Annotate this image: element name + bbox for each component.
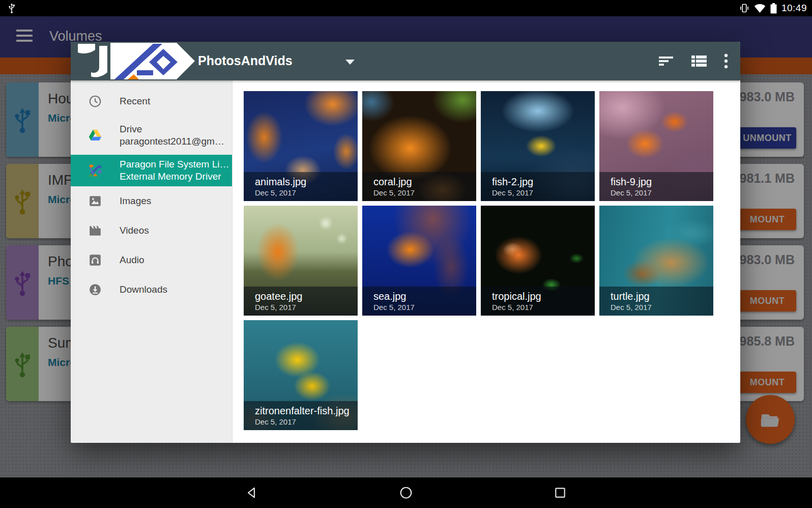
file-tile[interactable]: tropical.jpgDec 5, 2017: [481, 206, 595, 316]
sidebar-item-label: Downloads: [120, 284, 167, 296]
audio-icon: [88, 253, 102, 267]
file-name: tropical.jpg: [492, 290, 595, 302]
image-icon: [88, 194, 102, 208]
file-date: Dec 5, 2017: [611, 188, 713, 197]
clock-time: 10:49: [781, 3, 807, 14]
file-name: fish-2.jpg: [492, 176, 595, 188]
wifi-icon: [754, 3, 766, 13]
recents-button[interactable]: [548, 481, 572, 505]
file-tile[interactable]: fish-2.jpgDec 5, 2017: [481, 91, 595, 201]
video-icon: [88, 224, 102, 237]
folder-selector[interactable]: PhotosAndVids: [198, 53, 293, 68]
sidebar-item-paragon-fs-link[interactable]: Paragon File System Li… External Memory …: [71, 155, 232, 186]
usb-debug-icon: [7, 3, 16, 16]
documents-picker-dialog: PhotosAndVids Recent: [71, 42, 740, 443]
file-tile[interactable]: coral.jpgDec 5, 2017: [362, 91, 476, 201]
file-name: zitronenfalter-fish.jpg: [255, 405, 358, 417]
vibrate-icon: [739, 3, 749, 13]
file-name: sea.jpg: [373, 290, 476, 302]
file-date: Dec 5, 2017: [373, 302, 476, 312]
sidebar-item-recent[interactable]: Recent: [71, 87, 232, 116]
battery-icon: [770, 3, 777, 14]
sidebar-item-label: Drive paragontest2011@gm…: [120, 123, 224, 148]
paragon-logo: [77, 43, 195, 79]
file-tile[interactable]: sea.jpgDec 5, 2017: [362, 206, 476, 316]
file-grid-area: animals.jpgDec 5, 2017 coral.jpgDec 5, 2…: [233, 80, 740, 443]
picker-topbar: PhotosAndVids: [71, 42, 740, 80]
home-button[interactable]: [394, 481, 418, 505]
status-bar: 10:49: [0, 0, 812, 16]
file-name: fish-9.jpg: [611, 176, 713, 188]
file-date: Dec 5, 2017: [373, 188, 476, 197]
file-tile[interactable]: zitronenfalter-fish.jpgDec 5, 2017: [244, 320, 358, 430]
sidebar-item-videos[interactable]: Videos: [71, 216, 232, 245]
more-options-icon[interactable]: [724, 53, 728, 69]
sidebar-item-label: Images: [120, 195, 151, 207]
sort-icon[interactable]: [659, 55, 674, 67]
file-date: Dec 5, 2017: [255, 417, 358, 427]
sidebar-item-downloads[interactable]: Downloads: [71, 275, 232, 304]
file-tile[interactable]: turtle.jpgDec 5, 2017: [599, 206, 713, 316]
file-date: Dec 5, 2017: [492, 188, 595, 197]
paragon-icon: [88, 163, 102, 178]
sidebar-item-label: Audio: [120, 254, 144, 266]
sidebar-item-audio[interactable]: Audio: [71, 245, 232, 275]
file-date: Dec 5, 2017: [255, 302, 358, 312]
drive-icon: [88, 129, 102, 142]
sidebar-item-images[interactable]: Images: [71, 186, 232, 216]
sidebar-item-label: Recent: [120, 95, 150, 107]
file-name: goatee.jpg: [255, 290, 358, 302]
file-date: Dec 5, 2017: [611, 302, 713, 312]
file-name: coral.jpg: [373, 176, 476, 188]
view-list-icon[interactable]: [691, 55, 707, 67]
file-name: turtle.jpg: [611, 290, 713, 302]
sidebar-item-label: Paragon File System Li… External Memory …: [120, 158, 229, 183]
sidebar-item-label: Videos: [120, 224, 149, 237]
file-name: animals.jpg: [255, 176, 358, 188]
clock-icon: [88, 95, 102, 108]
sidebar-item-drive[interactable]: Drive paragontest2011@gm…: [71, 116, 232, 155]
chevron-down-icon[interactable]: [345, 60, 355, 65]
picker-sidebar: Recent Drive paragontest2011@gm…: [71, 80, 233, 443]
file-tile[interactable]: animals.jpgDec 5, 2017: [244, 91, 358, 201]
back-button[interactable]: [240, 481, 264, 505]
file-tile[interactable]: fish-9.jpgDec 5, 2017: [599, 91, 713, 201]
file-date: Dec 5, 2017: [492, 302, 595, 312]
download-icon: [88, 283, 102, 296]
android-screen: Volumes Hous Micros 983.0 MB UNMOUNT IMP…: [0, 0, 812, 508]
file-date: Dec 5, 2017: [255, 188, 358, 197]
navigation-bar: [0, 477, 812, 508]
file-tile[interactable]: goatee.jpgDec 5, 2017: [244, 206, 358, 316]
